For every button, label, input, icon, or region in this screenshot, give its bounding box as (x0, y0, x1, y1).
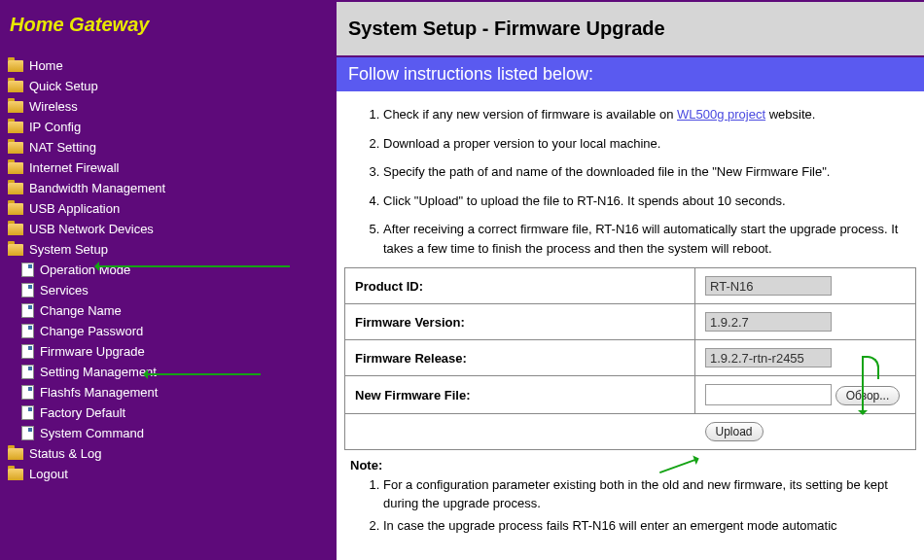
document-icon (21, 426, 34, 440)
nav-usb-application[interactable]: USB Application (8, 198, 329, 219)
label-new-firmware-file: New Firmware File: (345, 376, 695, 414)
document-icon (21, 324, 34, 338)
document-icon (21, 344, 34, 359)
nav-usb-network-devices[interactable]: USB Network Devices (8, 219, 329, 239)
nav-label: Logout (29, 467, 68, 481)
nav-label: Change Name (40, 303, 122, 318)
nav-logout[interactable]: Logout (8, 464, 329, 484)
nav-label: Setting Management (40, 365, 157, 379)
nav-label: Firmware Upgrade (40, 344, 145, 359)
subnav-services[interactable]: Services (8, 280, 329, 300)
step-5: After receiving a correct firmware file,… (383, 220, 916, 258)
browse-button[interactable]: Обзор... (835, 386, 901, 405)
folder-icon (8, 162, 23, 174)
nav-label: Factory Default (40, 405, 125, 420)
nav-label: System Command (40, 426, 144, 440)
folder-icon (8, 122, 23, 133)
sidebar-title: Home Gateway (8, 10, 329, 55)
subnav-setting-management[interactable]: Setting Management (8, 362, 329, 382)
step-4: Click "Upload" to upload the file to RT-… (383, 192, 916, 211)
document-icon (21, 303, 34, 318)
note-1: For a configuration parameter existing b… (383, 476, 916, 513)
nav-ip-config[interactable]: IP Config (8, 117, 329, 137)
nav-nat-setting[interactable]: NAT Setting (8, 137, 329, 158)
document-icon (21, 365, 34, 379)
nav-label: Flashfs Management (40, 385, 158, 400)
nav-label: Wireless (29, 99, 78, 114)
subnav-system-command[interactable]: System Command (8, 423, 329, 443)
new-firmware-file-input[interactable] (705, 384, 832, 405)
instructions-header: Follow instructions listed below: (337, 57, 924, 91)
subnav-firmware-upgrade[interactable]: Firmware Upgrade (8, 341, 329, 362)
row-firmware-version: Firmware Version: 1.9.2.7 (345, 304, 916, 340)
nav-quick-setup[interactable]: Quick Setup (8, 76, 329, 96)
nav-internet-firewall[interactable]: Internet Firewall (8, 158, 329, 178)
instructions-list: Check if any new version of firmware is … (344, 105, 916, 258)
annotation-arrow-icon (95, 265, 290, 267)
folder-icon (8, 81, 23, 92)
annotation-arrow-icon (862, 356, 879, 379)
step-3: Specify the path of and name of the down… (383, 162, 916, 182)
nav-label: Change Password (40, 324, 143, 338)
row-product-id: Product ID: RT-N16 (345, 268, 916, 304)
value-firmware-release: 1.9.2.7-rtn-r2455 (705, 348, 832, 368)
folder-icon (8, 183, 23, 194)
folder-icon (8, 244, 23, 256)
nav-label: Bandwidth Management (29, 181, 165, 195)
document-icon (21, 283, 34, 298)
nav-label: Quick Setup (29, 79, 98, 93)
wl500g-link[interactable]: WL500g project (677, 107, 765, 122)
nav-bandwidth-management[interactable]: Bandwidth Management (8, 178, 329, 198)
content-area: Check if any new version of firmware is … (337, 91, 924, 560)
upload-button[interactable]: Upload (705, 422, 764, 441)
folder-icon (8, 142, 23, 154)
subnav-operation-mode[interactable]: Operation Mode (8, 260, 329, 280)
note-2: In case the upgrade process fails RT-N16… (383, 517, 916, 536)
note-list: For a configuration parameter existing b… (344, 476, 916, 536)
row-new-firmware-file: New Firmware File: Обзор... (345, 376, 916, 414)
label-product-id: Product ID: (345, 268, 695, 304)
subnav-change-name[interactable]: Change Name (8, 300, 329, 321)
step-text: website. (765, 107, 815, 122)
folder-icon (8, 469, 23, 480)
firmware-info-table: Product ID: RT-N16 Firmware Version: 1.9… (344, 267, 916, 450)
subnav-flashfs-management[interactable]: Flashfs Management (8, 382, 329, 402)
annotation-arrow-icon (144, 373, 261, 375)
note-heading: Note: (344, 450, 916, 476)
document-icon (21, 385, 34, 400)
nav-label: Services (40, 283, 89, 298)
nav-label: Status & Log (29, 446, 101, 461)
document-icon (21, 405, 34, 420)
nav-label: Internet Firewall (29, 160, 119, 175)
nav-label: System Setup (29, 242, 108, 257)
folder-icon (8, 224, 23, 235)
main-panel: System Setup - Firmware Upgrade Follow i… (337, 0, 924, 560)
step-text: Check if any new version of firmware is … (383, 107, 677, 122)
nav-status-log[interactable]: Status & Log (8, 443, 329, 464)
step-1: Check if any new version of firmware is … (383, 105, 916, 124)
row-upload: Upload (345, 414, 916, 450)
nav-label: USB Network Devices (29, 222, 154, 236)
subnav-change-password[interactable]: Change Password (8, 321, 329, 341)
label-firmware-release: Firmware Release: (345, 340, 695, 376)
nav-label: USB Application (29, 201, 120, 216)
nav-system-setup[interactable]: System Setup (8, 239, 329, 260)
folder-icon (8, 60, 23, 72)
nav-wireless[interactable]: Wireless (8, 96, 329, 117)
sidebar: Home Gateway Home Quick Setup Wireless I… (0, 0, 337, 560)
document-icon (21, 262, 34, 277)
folder-icon (8, 203, 23, 215)
nav-label: NAT Setting (29, 140, 96, 155)
value-firmware-version: 1.9.2.7 (705, 312, 832, 332)
subnav-factory-default[interactable]: Factory Default (8, 402, 329, 423)
nav-home[interactable]: Home (8, 55, 329, 76)
folder-icon (8, 448, 23, 460)
page-title: System Setup - Firmware Upgrade (348, 18, 912, 40)
folder-icon (8, 101, 23, 113)
nav-label: Home (29, 58, 63, 73)
nav-label: IP Config (29, 120, 81, 134)
page-title-bar: System Setup - Firmware Upgrade (337, 2, 924, 55)
value-product-id: RT-N16 (705, 276, 832, 296)
step-2: Download a proper version to your local … (383, 134, 916, 154)
label-firmware-version: Firmware Version: (345, 304, 695, 340)
